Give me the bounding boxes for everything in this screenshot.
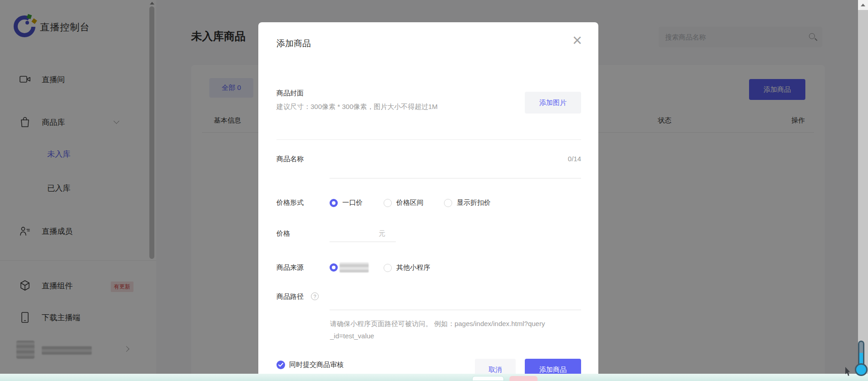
screen: 直播控制台 直播间 商品库 未入库 已入库 直播成员 [0,0,868,381]
radio-fixed-price[interactable]: 一口价 [330,198,363,207]
name-label: 商品名称 [276,155,304,163]
background-window-button-white [472,376,504,381]
source-option-redacted [340,262,369,272]
close-icon[interactable]: × [572,32,582,49]
submit-review-checkbox[interactable]: 同时提交商品审核 [276,361,344,369]
radio-label: 显示折扣价 [457,198,491,207]
browser-scrollbar[interactable] [858,0,868,381]
bottom-window-strip [0,374,868,381]
help-icon[interactable]: ? [311,292,319,300]
path-label: 商品路径 [276,292,304,301]
path-hint: 请确保小程序页面路径可被访问。 例如：pages/index/index.htm… [330,317,582,342]
radio-selected-icon [330,263,338,272]
radio-unselected-icon [384,199,392,207]
modal-title: 添加商品 [276,38,311,49]
add-image-button[interactable]: 添加图片 [525,92,581,114]
checkbox-checked-icon [276,361,285,369]
section-divider [276,139,581,140]
cover-label: 商品封面 [276,89,304,98]
path-hint-line2: _id=test_value [330,330,582,342]
radio-source-current-miniprogram[interactable] [330,263,338,272]
floating-thermometer-widget[interactable] [854,341,868,379]
price-type-label: 价格形式 [276,198,304,207]
product-path-input[interactable] [330,293,581,310]
radio-label: 其他小程序 [396,263,430,272]
add-product-modal: 添加商品 × 商品封面 建议尺寸：300像素 * 300像素，图片大小不得超过1… [258,22,598,381]
radio-label: 一口价 [342,198,363,207]
price-label: 价格 [276,229,290,238]
price-input[interactable] [330,226,396,242]
radio-label: 价格区间 [396,198,424,207]
scrollbar-up-arrow-icon[interactable] [858,0,868,10]
price-unit: 元 [379,229,385,238]
radio-unselected-icon [384,264,392,272]
radio-price-range[interactable]: 价格区间 [384,198,424,207]
radio-unselected-icon [444,199,452,207]
product-name-input[interactable] [330,161,581,178]
checkbox-label: 同时提交商品审核 [289,361,344,369]
background-window-button-pink [509,376,538,381]
widget-bulb [855,363,868,376]
radio-discount-price[interactable]: 显示折扣价 [444,198,491,207]
radio-source-other-miniprogram[interactable]: 其他小程序 [384,263,430,272]
path-hint-line1: 请确保小程序页面路径可被访问。 例如：pages/index/index.htm… [330,317,582,330]
cover-size-hint: 建议尺寸：300像素 * 300像素，图片大小不得超过1M [276,103,438,111]
radio-selected-icon [330,199,338,207]
source-label: 商品来源 [276,263,304,272]
